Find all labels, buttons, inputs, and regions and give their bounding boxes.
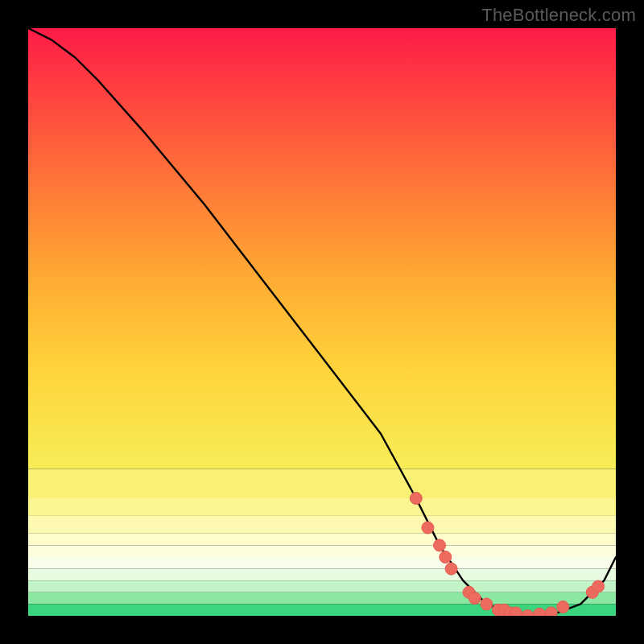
data-marker: [469, 592, 481, 605]
heat-band: [28, 592, 616, 605]
plot-area: [28, 28, 616, 616]
watermark-text: TheBottleneck.com: [481, 5, 636, 26]
heat-band: [28, 498, 616, 516]
data-marker: [481, 598, 493, 610]
data-marker: [592, 580, 605, 592]
data-marker: [510, 607, 522, 616]
data-marker: [422, 522, 434, 534]
heat-band: [28, 28, 616, 469]
data-marker: [434, 539, 446, 551]
data-marker: [410, 493, 422, 505]
heat-band: [28, 516, 616, 534]
data-marker: [557, 601, 569, 613]
data-marker: [445, 563, 457, 575]
heat-band: [28, 469, 616, 499]
heat-band: [28, 557, 616, 569]
heat-band: [28, 580, 616, 592]
chart-svg: [28, 28, 616, 616]
data-marker: [440, 551, 452, 564]
chart-frame: TheBottleneck.com: [0, 0, 644, 644]
heat-band: [28, 545, 616, 557]
heat-band: [28, 534, 616, 546]
heat-band: [28, 569, 616, 581]
data-marker: [545, 607, 557, 616]
